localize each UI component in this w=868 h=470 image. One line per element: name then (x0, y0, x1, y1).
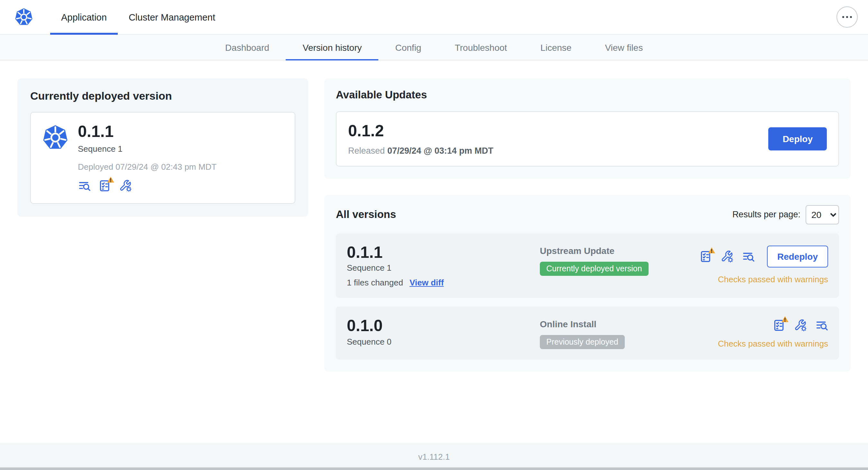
preflight-checks-warning-icon[interactable] (98, 179, 111, 192)
config-wrench-icon[interactable] (119, 179, 132, 192)
action-icons: Redeploy (700, 245, 828, 267)
available-updates-panel: Available Updates 0.1.2 Released07/29/24… (324, 78, 850, 178)
version-row: 0.1.0 Sequence 0 Online Install Previous… (336, 307, 839, 360)
results-per-page-label: Results per page: (732, 210, 800, 219)
preflight-checks-warning-icon[interactable] (700, 250, 712, 263)
available-update-card: 0.1.2 Released07/29/24 @ 03:14 pm MDT De… (336, 111, 839, 166)
tab-view-files[interactable]: View files (588, 35, 659, 60)
update-info: 0.1.2 Released07/29/24 @ 03:14 pm MDT (348, 122, 494, 155)
warning-triangle-icon (107, 176, 115, 183)
version-row-source: Online Install Previously deployed (540, 317, 718, 349)
kubernetes-logo-icon (14, 7, 33, 27)
version-row: 0.1.1 Sequence 1 1 files changed View di… (336, 233, 839, 298)
main-content: Currently deployed version (0, 61, 868, 372)
tab-application[interactable]: Application (50, 0, 118, 34)
deployed-timestamp: Deployed 07/29/24 @ 02:43 pm MDT (78, 162, 217, 171)
logs-icon[interactable] (815, 319, 828, 332)
status-badge: Previously deployed (540, 335, 625, 349)
row-version-number: 0.1.0 (347, 317, 540, 335)
kubernetes-version-icon (42, 124, 69, 152)
currently-deployed-panel: Currently deployed version (18, 78, 308, 216)
warning-triangle-icon (781, 316, 789, 323)
version-row-info: 0.1.1 Sequence 1 1 files changed View di… (347, 243, 540, 288)
tab-license[interactable]: License (524, 35, 588, 60)
tab-dashboard[interactable]: Dashboard (209, 35, 286, 60)
overflow-menu-button[interactable] (836, 6, 858, 28)
deployed-version-card: 0.1.1 Sequence 1 Deployed 07/29/24 @ 02:… (30, 112, 295, 203)
all-versions-panel: All versions Results per page: 20 0.1.1 … (324, 195, 850, 372)
logs-icon[interactable] (78, 179, 91, 192)
config-wrench-icon[interactable] (721, 250, 734, 263)
deploy-button[interactable]: Deploy (769, 127, 827, 150)
deployed-icon-row (78, 179, 217, 192)
footer: v1.112.1 (0, 443, 868, 470)
view-diff-link[interactable]: View diff (409, 278, 444, 288)
tab-version-history[interactable]: Version history (286, 35, 379, 60)
config-wrench-icon[interactable] (794, 319, 807, 332)
row-version-number: 0.1.1 (347, 243, 540, 261)
deployed-version-info: 0.1.1 Sequence 1 Deployed 07/29/24 @ 02:… (78, 123, 217, 192)
source-label: Upstream Update (540, 245, 700, 256)
preflight-checks-warning-icon[interactable] (773, 319, 786, 332)
redeploy-button[interactable]: Redeploy (767, 245, 828, 267)
action-icons (773, 319, 828, 332)
version-row-info: 0.1.0 Sequence 0 (347, 317, 540, 346)
checks-status-link[interactable]: Checks passed with warnings (718, 339, 829, 348)
row-files-line: 1 files changed View diff (347, 278, 540, 288)
deployed-sequence: Sequence 1 (78, 144, 217, 153)
tab-troubleshoot[interactable]: Troubleshoot (438, 35, 523, 60)
all-versions-header: All versions Results per page: 20 (336, 205, 839, 224)
right-column: Available Updates 0.1.2 Released07/29/24… (324, 78, 850, 372)
tab-config[interactable]: Config (379, 35, 438, 60)
version-row-actions: Redeploy Checks passed with warnings (700, 243, 828, 284)
all-versions-title: All versions (336, 208, 396, 221)
warning-triangle-icon (708, 246, 715, 254)
logs-icon[interactable] (742, 250, 755, 263)
released-label: Released (348, 146, 385, 155)
results-per-page-select[interactable]: 20 (806, 205, 839, 224)
source-label: Online Install (540, 319, 718, 329)
admin-console: Application Cluster Management Dashboard… (0, 0, 868, 470)
ellipsis-icon (846, 16, 848, 18)
results-per-page: Results per page: 20 (732, 205, 839, 224)
row-sequence: Sequence 1 (347, 263, 540, 273)
deployed-version-number: 0.1.1 (78, 123, 217, 140)
checks-status-link[interactable]: Checks passed with warnings (718, 274, 829, 284)
version-row-source: Upstream Update Currently deployed versi… (540, 243, 700, 275)
released-date: 07/29/24 @ 03:14 pm MDT (388, 146, 494, 155)
ellipsis-icon (842, 16, 844, 18)
update-released-line: Released07/29/24 @ 03:14 pm MDT (348, 146, 494, 155)
tab-cluster-management[interactable]: Cluster Management (118, 0, 226, 34)
ellipsis-icon (850, 16, 852, 18)
currently-deployed-title: Currently deployed version (30, 90, 295, 103)
files-changed-label: 1 files changed (347, 278, 403, 288)
console-version: v1.112.1 (418, 452, 450, 461)
status-badge: Currently deployed version (540, 261, 648, 275)
top-navbar: Application Cluster Management (0, 0, 868, 35)
top-tabs: Application Cluster Management (50, 0, 226, 34)
version-row-actions: Checks passed with warnings (718, 317, 829, 348)
available-updates-title: Available Updates (336, 89, 839, 101)
row-sequence: Sequence 0 (347, 337, 540, 346)
horizontal-scrollbar[interactable] (0, 467, 868, 470)
app-subnav: Dashboard Version history Config Trouble… (0, 35, 868, 61)
update-version-number: 0.1.2 (348, 122, 494, 140)
